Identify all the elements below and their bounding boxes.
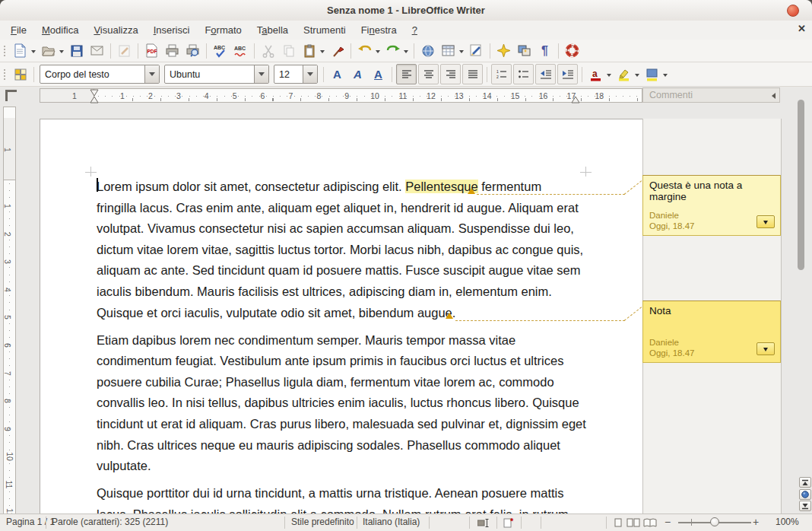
navigate-by-button[interactable] bbox=[799, 489, 811, 500]
text-line[interactable]: posuere cubilia Curae; Phasellus ligula … bbox=[97, 372, 587, 393]
increase-indent-button[interactable] bbox=[557, 64, 578, 84]
show-draw-functions-button[interactable] bbox=[466, 40, 487, 61]
font-color-dropdown[interactable] bbox=[607, 74, 611, 79]
word-count[interactable]: Parole (caratteri): 325 (2211) bbox=[52, 514, 168, 530]
close-document-icon[interactable]: ✕ bbox=[798, 23, 806, 34]
align-right-button[interactable] bbox=[440, 64, 461, 84]
paragraph[interactable]: Quisque porttitor dui id urna tincidunt,… bbox=[97, 483, 587, 514]
toolbar-grip[interactable] bbox=[2, 44, 8, 58]
help-button[interactable] bbox=[562, 40, 582, 61]
justify-button[interactable] bbox=[462, 64, 483, 84]
text-line[interactable]: convallis leo. In nisi tellus, dapibus u… bbox=[97, 393, 587, 414]
text-line[interactable]: fringilla lacus. Cras enim ante, aliquam… bbox=[97, 198, 587, 219]
font-name-value[interactable]: Ubuntu bbox=[165, 69, 254, 80]
text-line[interactable]: iaculis bibendum. Mauris facilisis est u… bbox=[97, 281, 587, 303]
comments-ruler-button[interactable]: Commenti bbox=[642, 87, 780, 103]
new-document-dropdown[interactable] bbox=[31, 50, 36, 56]
zoom-out-button[interactable]: − bbox=[665, 514, 671, 530]
auto-spellcheck-button[interactable]: ABC bbox=[230, 40, 251, 61]
note-menu-button[interactable] bbox=[756, 215, 775, 228]
text-line[interactable]: condimentum feugiat. Vestibulum ante ips… bbox=[97, 351, 587, 372]
zoom-in-button[interactable]: + bbox=[753, 514, 759, 530]
paragraph-style-dropdown[interactable] bbox=[144, 65, 159, 83]
book-view-button[interactable] bbox=[643, 518, 657, 527]
font-name-combo[interactable]: Ubuntu bbox=[164, 65, 269, 84]
open-dropdown[interactable] bbox=[59, 50, 64, 56]
print-button[interactable] bbox=[162, 40, 182, 61]
text-line[interactable]: tincidunt ut erat id aliquam. Cras purus… bbox=[97, 414, 587, 435]
vertical-scrollbar[interactable] bbox=[798, 100, 804, 270]
menu-file[interactable]: File bbox=[3, 22, 34, 38]
spelling-button[interactable]: ABC bbox=[210, 40, 230, 61]
single-page-view-button[interactable] bbox=[614, 518, 622, 527]
toolbar-grip[interactable] bbox=[2, 68, 8, 81]
paragraph[interactable]: Etiam dapibus lorem nec condimentum semp… bbox=[97, 330, 587, 477]
previous-page-button[interactable] bbox=[799, 477, 811, 488]
paragraph-background-button[interactable] bbox=[642, 64, 662, 84]
text-line[interactable]: aliquam ac ante. Sed tincidunt quam id p… bbox=[97, 260, 587, 281]
bold-button[interactable]: A bbox=[327, 64, 347, 84]
menu-finestra[interactable]: Finestra bbox=[354, 22, 404, 38]
text-line[interactable]: nibh. Cras ultrices neque eu mauris adip… bbox=[97, 435, 587, 456]
text-line[interactable]: Etiam dapibus lorem nec condimentum semp… bbox=[97, 330, 587, 351]
paste-button[interactable] bbox=[299, 40, 319, 61]
menu-modifica[interactable]: Modifica bbox=[34, 22, 86, 38]
horizontal-ruler[interactable]: 1123456789101112131415161718 bbox=[40, 88, 642, 103]
menu-formato[interactable]: Formato bbox=[197, 22, 249, 38]
paragraph[interactable]: Lorem ipsum dolor sit amet, consectetur … bbox=[97, 176, 587, 323]
insert-hyperlink-button[interactable] bbox=[417, 40, 438, 61]
insert-table-button[interactable] bbox=[438, 40, 458, 61]
document-text[interactable]: Lorem ipsum dolor sit amet, consectetur … bbox=[97, 176, 587, 514]
multi-page-view-button[interactable] bbox=[626, 518, 640, 527]
menu-strumenti[interactable]: Strumenti bbox=[296, 22, 354, 38]
save-button[interactable] bbox=[66, 40, 87, 61]
print-preview-button[interactable] bbox=[182, 40, 203, 61]
paragraph-style-grid-icon[interactable] bbox=[10, 64, 30, 84]
menu-visualizza[interactable]: Visualizza bbox=[86, 22, 145, 38]
highlighting-color-button[interactable] bbox=[614, 64, 634, 84]
clone-formatting-button[interactable] bbox=[327, 40, 347, 61]
comment-anchor-icon[interactable] bbox=[468, 188, 475, 194]
document-modified-icon[interactable]: * bbox=[503, 517, 515, 528]
zoom-slider-handle[interactable] bbox=[710, 517, 719, 526]
formatting-marks-button[interactable]: ¶ bbox=[534, 40, 555, 61]
decrease-indent-button[interactable] bbox=[535, 64, 556, 84]
email-button[interactable] bbox=[87, 40, 107, 61]
paste-dropdown[interactable] bbox=[320, 50, 325, 56]
zoom-level[interactable]: 100% bbox=[776, 514, 799, 530]
navigator-button[interactable] bbox=[493, 40, 514, 61]
paragraph-style-value[interactable]: Corpo del testo bbox=[40, 69, 144, 80]
align-center-button[interactable] bbox=[418, 64, 439, 84]
gallery-button[interactable] bbox=[514, 40, 534, 61]
redo-dropdown[interactable] bbox=[404, 50, 408, 56]
undo-dropdown[interactable] bbox=[376, 50, 380, 56]
left-indent-marker[interactable] bbox=[90, 89, 99, 103]
font-color-button[interactable]: a bbox=[585, 64, 606, 84]
menu-?[interactable]: ? bbox=[404, 22, 425, 38]
margin-note-2[interactable]: Nota Daniele Oggi, 18.47 bbox=[642, 300, 781, 363]
export-pdf-button[interactable]: PDF bbox=[141, 40, 162, 61]
font-size-value[interactable]: 12 bbox=[274, 69, 303, 80]
text-line[interactable]: vulputate. bbox=[97, 456, 587, 477]
font-size-dropdown[interactable] bbox=[303, 65, 317, 83]
underline-button[interactable]: A bbox=[368, 64, 389, 84]
note-menu-button[interactable] bbox=[756, 342, 775, 355]
highlighting-dropdown[interactable] bbox=[635, 74, 639, 79]
note-text[interactable]: Questa è una nota a margine bbox=[649, 180, 774, 202]
italic-button[interactable]: A bbox=[347, 64, 368, 84]
text-line[interactable]: dictum vitae lorem vitae, sagittis luctu… bbox=[97, 240, 587, 261]
undo-button[interactable] bbox=[354, 40, 375, 61]
menu-inserisci[interactable]: Inserisci bbox=[146, 22, 198, 38]
text-line[interactable]: Quisque porttitor dui id urna tincidunt,… bbox=[97, 483, 587, 504]
tab-stop-selector-icon[interactable] bbox=[5, 90, 17, 101]
text-line[interactable]: volutpat. Vivamus consectetur nisi ac sa… bbox=[97, 218, 587, 240]
text-language[interactable]: Italiano (Italia) bbox=[363, 514, 420, 530]
font-name-dropdown[interactable] bbox=[254, 65, 268, 83]
page-count[interactable]: Pagina 1 / 1 bbox=[6, 514, 55, 530]
new-document-button[interactable] bbox=[10, 40, 30, 61]
insert-table-dropdown[interactable] bbox=[459, 50, 464, 56]
next-page-button[interactable] bbox=[799, 501, 811, 511]
unordered-list-button[interactable] bbox=[513, 64, 534, 84]
paragraph-style-combo[interactable]: Corpo del testo bbox=[40, 65, 160, 84]
page-style[interactable]: Stile predefinito bbox=[291, 514, 354, 530]
